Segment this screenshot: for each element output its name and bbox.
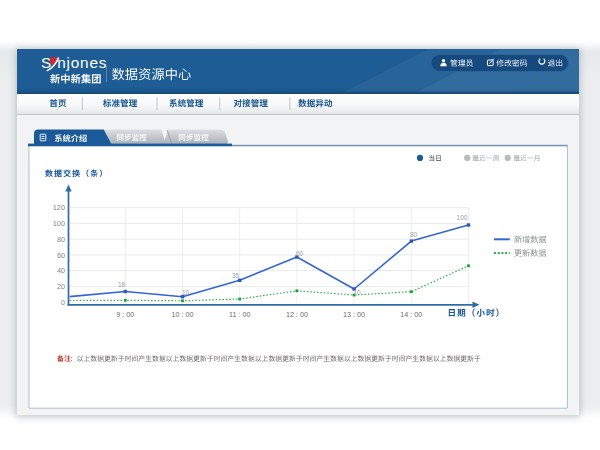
svg-text:18: 18: [118, 281, 126, 288]
svg-text:120: 120: [53, 203, 65, 212]
svg-text:12 : 00: 12 : 00: [286, 310, 308, 319]
svg-text:100: 100: [457, 214, 468, 221]
svg-text:20: 20: [57, 282, 65, 291]
svg-text:13 : 00: 13 : 00: [343, 310, 365, 319]
svg-text:35: 35: [232, 272, 240, 279]
svg-text:14 : 00: 14 : 00: [400, 310, 422, 319]
svg-text:60: 60: [57, 251, 65, 260]
svg-text:9 : 00: 9 : 00: [116, 310, 134, 319]
svg-text:10 : 00: 10 : 00: [172, 310, 194, 319]
svg-text:10: 10: [182, 289, 190, 296]
svg-text:0: 0: [61, 298, 65, 307]
svg-text:60: 60: [296, 250, 304, 257]
svg-text:100: 100: [53, 219, 65, 228]
svg-text:80: 80: [410, 231, 418, 238]
svg-text:40: 40: [57, 266, 65, 275]
svg-text:80: 80: [57, 235, 65, 244]
svg-text:10: 10: [353, 289, 361, 296]
svg-text:11 : 00: 11 : 00: [229, 310, 250, 319]
